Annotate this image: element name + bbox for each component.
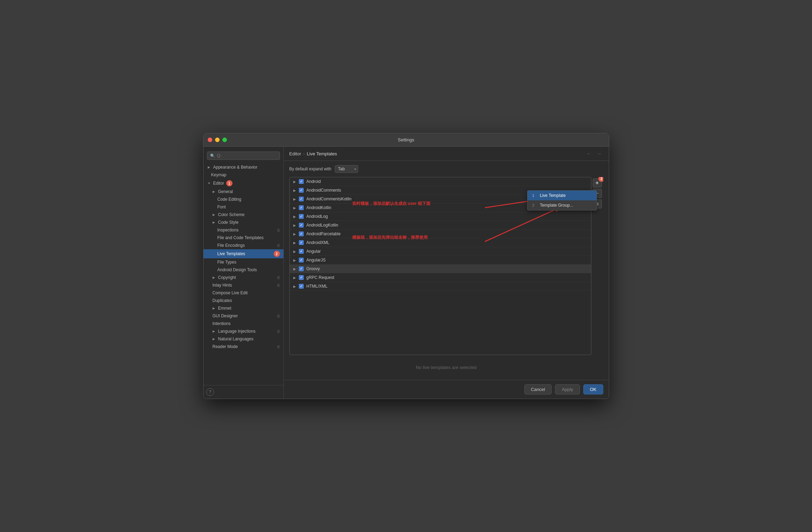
sidebar-item-duplicates[interactable]: Duplicates bbox=[204, 297, 283, 304]
breadcrumb-current: Live Templates bbox=[307, 151, 337, 156]
chevron-right-icon: ▶ bbox=[293, 223, 296, 227]
sidebar-item-general[interactable]: ▶ General bbox=[204, 188, 283, 195]
sidebar-item-font[interactable]: Font bbox=[204, 203, 283, 211]
template-name: HTML/XML bbox=[307, 284, 588, 289]
template-row-androidparcelable[interactable]: ▶ AndroidParcelable bbox=[290, 230, 591, 238]
dropdown-item-label: Live Template bbox=[540, 193, 566, 198]
template-row-htmlxml[interactable]: ▶ HTML/XML bbox=[290, 282, 591, 291]
sidebar-item-code-editing[interactable]: Code Editing bbox=[204, 195, 283, 203]
template-row-androidlogkotlin[interactable]: ▶ AndroidLogKotlin bbox=[290, 221, 591, 230]
sidebar-item-label: Keymap bbox=[211, 172, 227, 177]
breadcrumb-parent: Editor bbox=[289, 151, 301, 156]
list-area: ▶ Android ▶ AndroidComments ▶ And bbox=[289, 177, 603, 355]
search-input[interactable] bbox=[217, 153, 277, 158]
checkbox-angular[interactable] bbox=[299, 249, 304, 254]
template-name: Angular bbox=[307, 249, 588, 254]
nav-back-button[interactable]: ← bbox=[585, 150, 593, 157]
expand-select-wrapper: Tab Enter Space bbox=[335, 165, 358, 173]
sidebar-item-inlay-hints[interactable]: Inlay Hints ☰ bbox=[204, 281, 283, 289]
sidebar-item-compose-live-edit[interactable]: Compose Live Edit bbox=[204, 289, 283, 297]
sidebar-item-language-injections[interactable]: ▶ Language Injections ☰ bbox=[204, 327, 283, 335]
template-row-androidxml[interactable]: ▶ AndroidXML bbox=[290, 238, 591, 247]
ok-button[interactable]: OK bbox=[583, 384, 603, 394]
list-icon: ☰ bbox=[277, 228, 280, 232]
template-row-groovy[interactable]: ▶ Groovy bbox=[290, 265, 591, 273]
sidebar-item-editor[interactable]: ▼ Editor 1 bbox=[204, 179, 283, 188]
sidebar-item-label: Reader Mode bbox=[213, 344, 238, 349]
maximize-button[interactable] bbox=[222, 138, 227, 142]
dropdown-item-template-group[interactable]: 2 Template Group... bbox=[527, 200, 597, 210]
list-icon: ☰ bbox=[277, 314, 280, 318]
chevron-right-icon: ▶ bbox=[213, 276, 216, 279]
chevron-right-icon: ▶ bbox=[293, 232, 296, 236]
template-name: AndroidXML bbox=[307, 240, 588, 245]
checkbox-android[interactable] bbox=[299, 179, 304, 184]
checkbox-androidparcelable[interactable] bbox=[299, 231, 304, 236]
template-row-android[interactable]: ▶ Android bbox=[290, 177, 591, 186]
sidebar-item-code-style[interactable]: ▶ Code Style bbox=[204, 219, 283, 226]
sidebar-item-reader-mode[interactable]: Reader Mode ☰ bbox=[204, 343, 283, 350]
sidebar-item-inspections[interactable]: Inspections ☰ bbox=[204, 226, 283, 234]
help-button[interactable]: ? bbox=[206, 388, 214, 396]
sidebar-item-label: Live Templates bbox=[217, 251, 245, 256]
sidebar-item-color-scheme[interactable]: ▶ Color Scheme bbox=[204, 211, 283, 219]
sidebar-item-label: Code Editing bbox=[217, 197, 242, 202]
sidebar-item-label: Font bbox=[217, 205, 226, 209]
chevron-right-icon: ▶ bbox=[293, 241, 296, 245]
sidebar-item-file-code-templates[interactable]: File and Code Templates bbox=[204, 234, 283, 242]
list-icon: ☰ bbox=[277, 283, 280, 287]
checkbox-htmlxml[interactable] bbox=[299, 284, 304, 289]
chevron-right-icon: ▶ bbox=[293, 267, 296, 271]
checkbox-groovy[interactable] bbox=[299, 266, 304, 271]
sidebar-item-keymap[interactable]: Keymap bbox=[204, 171, 283, 179]
add-button-container: + 3 bbox=[593, 178, 602, 187]
close-button[interactable] bbox=[208, 138, 212, 142]
checkbox-androidxml[interactable] bbox=[299, 240, 304, 245]
apply-button[interactable]: Apply bbox=[555, 384, 580, 394]
chevron-right-icon: ▶ bbox=[213, 337, 216, 341]
nav-forward-button[interactable]: → bbox=[596, 150, 603, 157]
sidebar-item-emmet[interactable]: ▶ Emmet bbox=[204, 304, 283, 312]
template-name: Android bbox=[307, 179, 588, 184]
sidebar-item-android-design-tools[interactable]: Android Design Tools bbox=[204, 266, 283, 274]
sidebar-item-file-types[interactable]: File Types bbox=[204, 258, 283, 266]
sidebar-item-intentions[interactable]: Intentions bbox=[204, 320, 283, 327]
nav-arrows: ← → bbox=[585, 150, 603, 157]
checkbox-androidlog[interactable] bbox=[299, 214, 304, 219]
template-row-grpc[interactable]: ▶ gRPC Request bbox=[290, 273, 591, 282]
sidebar-item-natural-languages[interactable]: ▶ Natural Languages bbox=[204, 335, 283, 343]
checkbox-angularjs[interactable] bbox=[299, 258, 304, 263]
chevron-right-icon: ▶ bbox=[213, 190, 216, 193]
template-row-androidlog[interactable]: ▶ AndroidLog bbox=[290, 212, 591, 221]
dropdown-item-live-template[interactable]: 1 Live Template bbox=[527, 191, 597, 200]
sidebar-item-label: Emmet bbox=[218, 306, 231, 311]
minimize-button[interactable] bbox=[215, 138, 220, 142]
search-icon: 🔍 bbox=[210, 154, 215, 158]
chevron-right-icon: ▶ bbox=[213, 306, 216, 310]
template-name: gRPC Request bbox=[307, 275, 588, 280]
search-box[interactable]: 🔍 bbox=[207, 152, 280, 160]
template-row-angularjs[interactable]: ▶ AngularJS bbox=[290, 256, 591, 265]
cancel-button[interactable]: Cancel bbox=[524, 384, 552, 394]
live-templates-badge: 2 bbox=[274, 251, 280, 257]
expand-select[interactable]: Tab Enter Space bbox=[335, 165, 358, 173]
sidebar-item-appearance[interactable]: ▶ Appearance & Behavior bbox=[204, 163, 283, 171]
sidebar-item-live-templates[interactable]: Live Templates 2 bbox=[204, 249, 283, 258]
sidebar-item-gui-designer[interactable]: GUI Designer ☰ bbox=[204, 312, 283, 320]
template-row-angular[interactable]: ▶ Angular bbox=[290, 247, 591, 256]
sidebar-item-label: General bbox=[218, 189, 233, 194]
sidebar-bottom: ? bbox=[204, 385, 283, 399]
chevron-right-icon: ▶ bbox=[293, 276, 296, 280]
sidebar-item-label: Code Style bbox=[218, 220, 239, 225]
checkbox-androidlogkotlin[interactable] bbox=[299, 223, 304, 228]
window-title: Settings bbox=[398, 137, 414, 142]
checkbox-androidcomments[interactable] bbox=[299, 188, 304, 193]
breadcrumb-bar: Editor › Live Templates ← → bbox=[284, 147, 609, 161]
sidebar-item-copyright[interactable]: ▶ Copyright ☰ bbox=[204, 274, 283, 281]
sidebar-item-file-encodings[interactable]: File Encodings ☰ bbox=[204, 242, 283, 249]
checkbox-androidkotlin[interactable] bbox=[299, 205, 304, 210]
checkbox-androidcommentskotlin[interactable] bbox=[299, 197, 304, 201]
chevron-right-icon: ▶ bbox=[293, 189, 296, 192]
checkbox-grpc[interactable] bbox=[299, 275, 304, 280]
chevron-right-icon: ▶ bbox=[293, 258, 296, 262]
